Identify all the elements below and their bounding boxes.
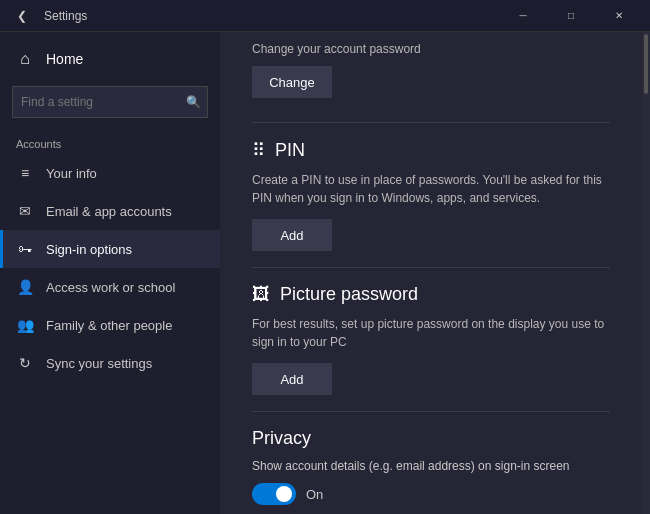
scrollbar[interactable] <box>642 32 650 514</box>
search-box: 🔍 <box>12 86 208 118</box>
email-icon: ✉ <box>16 202 34 220</box>
divider-1 <box>252 122 610 123</box>
sidebar-home-button[interactable]: ⌂ Home <box>0 40 220 78</box>
toggle-row: On <box>252 483 610 505</box>
title-bar-left: ❮ Settings <box>8 2 87 30</box>
app-container: ⌂ Home 🔍 Accounts ≡ Your info ✉ Email & … <box>0 32 650 514</box>
picture-password-title-text: Picture password <box>280 284 418 305</box>
signin-label: Sign-in options <box>46 242 132 257</box>
privacy-title: Privacy <box>252 428 610 449</box>
privacy-title-text: Privacy <box>252 428 311 449</box>
scroll-thumb <box>644 34 648 94</box>
home-label: Home <box>46 51 83 67</box>
close-button[interactable]: ✕ <box>596 0 642 32</box>
search-icon: 🔍 <box>179 88 207 116</box>
maximize-button[interactable]: □ <box>548 0 594 32</box>
sidebar-item-your-info[interactable]: ≡ Your info <box>0 154 220 192</box>
sidebar-item-sync-settings[interactable]: ↻ Sync your settings <box>0 344 220 382</box>
family-icon: 👥 <box>16 316 34 334</box>
sync-icon: ↻ <box>16 354 34 372</box>
toggle-label: On <box>306 487 323 502</box>
privacy-desc: Show account details (e.g. email address… <box>252 459 610 473</box>
home-icon: ⌂ <box>16 50 34 68</box>
privacy-toggle[interactable] <box>252 483 296 505</box>
back-button[interactable]: ❮ <box>8 2 36 30</box>
window-title: Settings <box>44 9 87 23</box>
accounts-section-title: Accounts <box>0 126 220 154</box>
content-area: Change your account password Change ⠿ PI… <box>220 32 642 514</box>
close-icon: ✕ <box>615 10 623 21</box>
your-info-icon: ≡ <box>16 164 34 182</box>
pin-title: ⠿ PIN <box>252 139 610 161</box>
pin-section: ⠿ PIN Create a PIN to use in place of pa… <box>252 139 610 251</box>
privacy-section: Privacy Show account details (e.g. email… <box>252 428 610 505</box>
search-input[interactable] <box>13 95 179 109</box>
sidebar-item-family-other[interactable]: 👥 Family & other people <box>0 306 220 344</box>
pin-add-button[interactable]: Add <box>252 219 332 251</box>
maximize-icon: □ <box>568 10 574 21</box>
email-label: Email & app accounts <box>46 204 172 219</box>
pin-icon: ⠿ <box>252 139 265 161</box>
picture-password-desc: For best results, set up picture passwor… <box>252 315 610 351</box>
sidebar: ⌂ Home 🔍 Accounts ≡ Your info ✉ Email & … <box>0 32 220 514</box>
your-info-label: Your info <box>46 166 97 181</box>
picture-password-section: 🖼 Picture password For best results, set… <box>252 284 610 395</box>
signin-icon: 🗝 <box>16 240 34 258</box>
picture-password-icon: 🖼 <box>252 284 270 305</box>
picture-password-title: 🖼 Picture password <box>252 284 610 305</box>
minimize-button[interactable]: ─ <box>500 0 546 32</box>
picture-password-add-button[interactable]: Add <box>252 363 332 395</box>
divider-3 <box>252 411 610 412</box>
window-controls: ─ □ ✕ <box>500 0 642 32</box>
change-password-label: Change your account password <box>252 40 610 58</box>
sidebar-item-sign-in-options[interactable]: 🗝 Sign-in options <box>0 230 220 268</box>
pin-title-text: PIN <box>275 140 305 161</box>
sync-label: Sync your settings <box>46 356 152 371</box>
sidebar-item-email-app-accounts[interactable]: ✉ Email & app accounts <box>0 192 220 230</box>
divider-2 <box>252 267 610 268</box>
change-password-section: Change your account password Change <box>252 32 610 98</box>
sidebar-item-access-work-school[interactable]: 👤 Access work or school <box>0 268 220 306</box>
minimize-icon: ─ <box>519 10 526 21</box>
back-icon: ❮ <box>17 9 27 23</box>
work-icon: 👤 <box>16 278 34 296</box>
toggle-knob <box>276 486 292 502</box>
family-label: Family & other people <box>46 318 172 333</box>
change-password-button[interactable]: Change <box>252 66 332 98</box>
work-label: Access work or school <box>46 280 175 295</box>
pin-desc: Create a PIN to use in place of password… <box>252 171 610 207</box>
title-bar: ❮ Settings ─ □ ✕ <box>0 0 650 32</box>
